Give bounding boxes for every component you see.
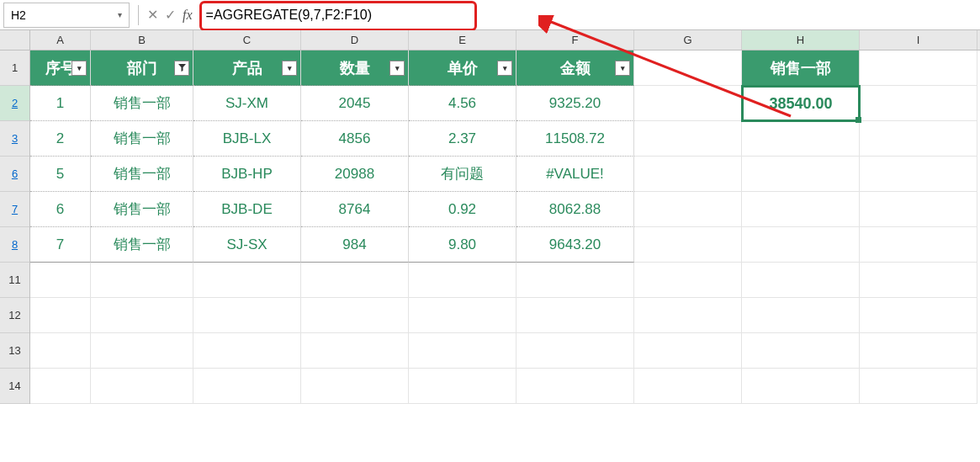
cell-seq[interactable]: 2 [30, 121, 91, 157]
fx-icon[interactable]: fx [183, 8, 193, 23]
cell[interactable] [30, 263, 91, 298]
summary-header[interactable]: 销售一部 [742, 50, 860, 86]
cell[interactable] [634, 192, 742, 227]
cell[interactable] [742, 263, 860, 298]
row-header-1[interactable]: 1 [0, 50, 29, 86]
cell-price[interactable]: 9.80 [409, 227, 516, 263]
cell-seq[interactable]: 6 [30, 192, 91, 227]
col-header-A[interactable]: A [30, 30, 91, 50]
cell-dept[interactable]: 销售一部 [91, 157, 193, 192]
cell[interactable] [860, 333, 977, 369]
cell[interactable] [91, 263, 193, 298]
cancel-icon[interactable]: ✕ [147, 7, 158, 23]
cell-qty[interactable]: 984 [301, 227, 409, 263]
header-dept[interactable]: 部门 [91, 50, 193, 86]
cell-qty[interactable]: 4856 [301, 121, 409, 157]
cell-dept[interactable]: 销售一部 [91, 121, 193, 157]
cell[interactable] [409, 333, 516, 369]
cell[interactable] [634, 263, 742, 298]
filter-icon[interactable]: ▾ [72, 61, 87, 76]
cell-product[interactable]: BJB-HP [193, 157, 301, 192]
filter-icon[interactable]: ▾ [389, 61, 405, 76]
row-header-2[interactable]: 2 [0, 86, 29, 121]
cell[interactable] [301, 263, 409, 298]
col-header-B[interactable]: B [91, 30, 193, 50]
chevron-down-icon[interactable]: ▾ [118, 10, 122, 19]
cell[interactable] [742, 333, 860, 369]
cell[interactable] [634, 50, 742, 86]
cell-qty[interactable]: 2045 [301, 86, 409, 121]
cell-product[interactable]: SJ-SX [193, 227, 301, 263]
cell-amount[interactable]: 9643.20 [516, 227, 634, 263]
select-all-corner[interactable] [0, 30, 29, 50]
cell[interactable] [742, 298, 860, 333]
cell[interactable] [634, 333, 742, 369]
cell[interactable] [634, 227, 742, 263]
cell-price[interactable]: 2.37 [409, 121, 516, 157]
cell[interactable] [301, 298, 409, 333]
cell-dept[interactable]: 销售一部 [91, 86, 193, 121]
cell-seq[interactable]: 5 [30, 157, 91, 192]
col-header-I[interactable]: I [860, 30, 977, 50]
cell[interactable] [516, 369, 634, 404]
cell[interactable] [91, 369, 193, 404]
row-header-7[interactable]: 7 [0, 192, 29, 227]
summary-value-cell[interactable]: 38540.00 [742, 86, 860, 121]
cell[interactable] [301, 333, 409, 369]
cell[interactable] [516, 333, 634, 369]
cell[interactable] [860, 86, 977, 121]
cell-amount[interactable]: 11508.72 [516, 121, 634, 157]
cell[interactable] [742, 369, 860, 404]
filter-funnel-icon[interactable] [174, 61, 189, 76]
col-header-D[interactable]: D [301, 30, 409, 50]
formula-input[interactable]: =AGGREGATE(9,7,F2:F10) [196, 3, 980, 28]
header-product[interactable]: 产品 ▾ [193, 50, 301, 86]
cell[interactable] [30, 298, 91, 333]
cell-dept[interactable]: 销售一部 [91, 227, 193, 263]
cell[interactable] [91, 333, 193, 369]
cell[interactable] [634, 298, 742, 333]
cell[interactable] [634, 157, 742, 192]
cell-product[interactable]: SJ-XM [193, 86, 301, 121]
cell[interactable] [193, 298, 301, 333]
cell[interactable] [860, 121, 977, 157]
row-header-8[interactable]: 8 [0, 227, 29, 263]
col-header-H[interactable]: H [742, 30, 860, 50]
header-seq[interactable]: 序号 ▾ [30, 50, 91, 86]
cell[interactable] [301, 369, 409, 404]
filter-icon[interactable]: ▾ [497, 61, 512, 76]
cell[interactable] [516, 263, 634, 298]
col-header-G[interactable]: G [634, 30, 742, 50]
cell-amount[interactable]: #VALUE! [516, 157, 634, 192]
cell-seq[interactable]: 7 [30, 227, 91, 263]
cell[interactable] [30, 369, 91, 404]
cell-qty[interactable]: 20988 [301, 157, 409, 192]
cell[interactable] [742, 192, 860, 227]
header-amount[interactable]: 金额 ▾ [516, 50, 634, 86]
cell[interactable] [30, 333, 91, 369]
cell[interactable] [193, 263, 301, 298]
cell[interactable] [193, 333, 301, 369]
cell[interactable] [634, 121, 742, 157]
cell[interactable] [193, 369, 301, 404]
row-header-13[interactable]: 13 [0, 333, 29, 369]
header-price[interactable]: 单价 ▾ [409, 50, 516, 86]
cell[interactable] [860, 157, 977, 192]
cell-product[interactable]: BJB-LX [193, 121, 301, 157]
cell-product[interactable]: BJB-DE [193, 192, 301, 227]
cell[interactable] [91, 298, 193, 333]
col-header-C[interactable]: C [193, 30, 301, 50]
cell-qty[interactable]: 8764 [301, 192, 409, 227]
filter-icon[interactable]: ▾ [615, 61, 630, 76]
row-header-14[interactable]: 14 [0, 369, 29, 404]
cell[interactable] [860, 263, 977, 298]
row-header-12[interactable]: 12 [0, 298, 29, 333]
cell[interactable] [860, 369, 977, 404]
cell[interactable] [742, 227, 860, 263]
header-qty[interactable]: 数量 ▾ [301, 50, 409, 86]
row-header-3[interactable]: 3 [0, 121, 29, 157]
cell-amount[interactable]: 9325.20 [516, 86, 634, 121]
cell-dept[interactable]: 销售一部 [91, 192, 193, 227]
filter-icon[interactable]: ▾ [282, 61, 297, 76]
cell[interactable] [634, 86, 742, 121]
